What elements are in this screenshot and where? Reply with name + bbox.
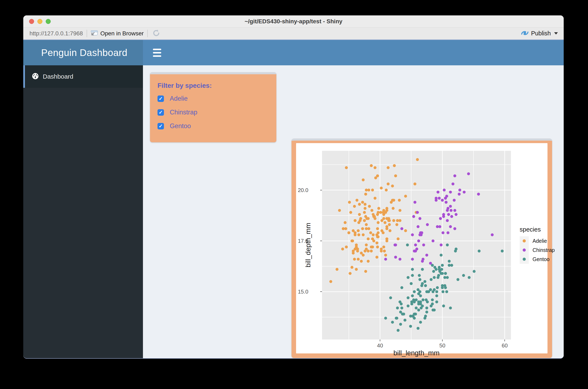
dashboard-header: Penguin Dashboard [23,39,564,65]
checkbox-label[interactable]: Chinstrap [170,109,197,116]
toolbar-divider [147,30,148,37]
checkbox-chinstrap[interactable]: ✓ [158,109,164,116]
y-tick-label: 20.0 [298,187,308,193]
checkbox-adelie[interactable]: ✓ [158,96,164,102]
x-tick-mark [504,339,505,341]
y-tick-label: 15.0 [298,289,308,295]
x-tick-label: 60 [502,342,508,349]
sidebar: Dashboard [23,65,143,359]
traffic-lights [29,15,51,28]
viewer-toolbar: http://127.0.0.1:7968 Open in Browser [23,28,564,39]
brand-title: Penguin Dashboard [23,40,143,65]
x-tick-mark [380,339,380,341]
publish-icon [521,30,529,37]
scatter-series-adelie [329,158,419,283]
y-axis-title: bill_depth_mm [304,223,312,267]
window-title: ~/git/EDS430-shiny-app/test - Shiny [23,18,564,25]
open-in-browser-label: Open in Browser [100,30,144,37]
legend-label: Gentoo [532,256,550,262]
x-tick-label: 50 [439,342,446,349]
y-tick-mark [320,292,322,292]
sidebar-item-dashboard[interactable]: Dashboard [23,65,143,88]
scatter-series-gentoo [384,244,504,332]
species-checkbox-group: ✓Adelie✓Chinstrap✓Gentoo [158,95,276,130]
y-tick-mark [320,241,322,241]
zoom-window-button[interactable] [46,19,51,24]
sidebar-item-label: Dashboard [43,73,73,80]
checkbox-label[interactable]: Gentoo [170,122,191,130]
x-axis-title: bill_length_mm [322,349,511,357]
refresh-icon[interactable] [152,29,160,38]
legend-key-swatch [520,255,529,264]
checkbox-row-adelie: ✓Adelie [158,95,276,102]
legend-label: Chinstrap [532,247,555,253]
header-bar [143,40,564,65]
open-in-browser-button[interactable]: Open in Browser [91,30,144,37]
checkbox-gentoo[interactable]: ✓ [158,123,164,130]
scatter-plot-panel [322,151,511,339]
filter-box-title: Filter by species: [158,82,276,90]
publish-caret-icon [554,32,558,34]
open-in-browser-icon [91,30,98,37]
publish-label: Publish [531,30,551,37]
checkbox-label[interactable]: Adelie [170,95,188,102]
y-tick-mark [320,190,322,190]
legend-keys: AdelieChinstrapGentoo [520,236,555,264]
legend-title: species [520,226,555,233]
legend-entry-adelie: Adelie [520,236,555,245]
filter-box: Filter by species: ✓Adelie✓Chinstrap✓Gen… [150,72,276,142]
app-window: ~/git/EDS430-shiny-app/test - Shiny http… [23,15,564,359]
close-window-button[interactable] [29,19,34,24]
app-url: http://127.0.0.1:7968 [29,30,83,37]
main-content: Filter by species: ✓Adelie✓Chinstrap✓Gen… [143,65,564,359]
legend-entry-chinstrap: Chinstrap [520,245,555,255]
plot-legend: species AdelieChinstrapGentoo [520,226,555,264]
titlebar: ~/git/EDS430-shiny-app/test - Shiny [23,15,564,28]
plot-area: 40506015.017.520.0 bill_length_mm bill_d… [296,143,547,354]
legend-entry-gentoo: Gentoo [520,255,555,264]
plot-box: 40506015.017.520.0 bill_length_mm bill_d… [291,138,552,358]
minimize-window-button[interactable] [37,19,42,24]
checkbox-row-gentoo: ✓Gentoo [158,122,276,130]
tachometer-icon [31,72,39,81]
scatter-series-chinstrap [384,172,494,265]
x-tick-label: 40 [377,342,383,349]
legend-label: Adelie [532,238,547,244]
toolbar-divider [87,30,87,37]
legend-key-swatch [520,245,529,255]
x-tick-mark [442,339,443,341]
legend-key-swatch [520,236,529,245]
publish-button[interactable]: Publish [521,30,558,37]
sidebar-toggle-icon[interactable] [153,49,161,57]
checkbox-row-chinstrap: ✓Chinstrap [158,109,276,116]
